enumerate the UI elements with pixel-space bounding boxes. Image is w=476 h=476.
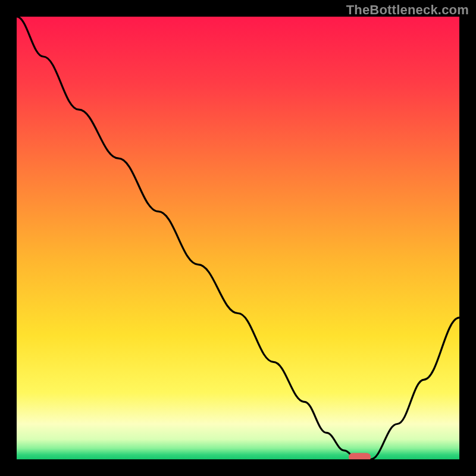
chart-frame: TheBottleneck.com (0, 0, 476, 476)
optimum-marker (17, 17, 459, 459)
svg-rect-1 (349, 453, 371, 459)
watermark-text: TheBottleneck.com (346, 2, 469, 18)
plot-area (17, 17, 459, 459)
